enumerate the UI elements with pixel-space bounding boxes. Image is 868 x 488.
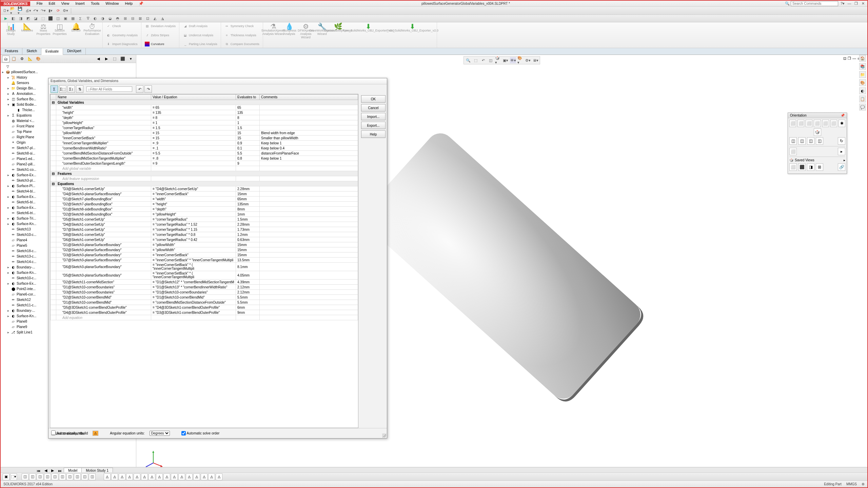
ok-button[interactable]: OK bbox=[361, 95, 386, 103]
equation-row[interactable]: "D5@Sketch3-planarSurfaceBoundary"= "inn… bbox=[51, 271, 358, 280]
tb-icon[interactable]: ⬚ bbox=[40, 16, 46, 22]
bt-icon[interactable]: ◫ bbox=[22, 473, 28, 480]
equation-row[interactable]: "D4@3DSketch1-cornerBlendOuterProfile"= … bbox=[51, 310, 358, 315]
bt-icon[interactable]: ◫ bbox=[89, 473, 96, 480]
save-icon[interactable]: 💾▾ bbox=[18, 8, 24, 14]
rebuild-error-icon[interactable]: ⚠ bbox=[93, 431, 98, 436]
col-evaluates[interactable]: Evaluates to bbox=[236, 95, 260, 100]
bt-icon[interactable]: ◫ bbox=[44, 473, 51, 480]
tab-dimxpert[interactable]: DimXpert bbox=[63, 48, 86, 55]
draft-analysis-button[interactable]: ◢Draft Analysis bbox=[181, 23, 219, 29]
nav-more-icon[interactable]: ▾ bbox=[127, 56, 135, 62]
thickness-button[interactable]: ≡Thickness Analysis bbox=[223, 33, 261, 38]
undo-icon[interactable]: ↶▾ bbox=[33, 8, 39, 14]
simulationxpress-button[interactable]: ⚗SimulationXpress Analysis Wizard bbox=[265, 23, 281, 47]
bt-icon[interactable]: ⬚▾ bbox=[10, 473, 17, 480]
ang-units-select[interactable]: Degrees bbox=[150, 431, 170, 436]
bt-icon[interactable]: ◫ bbox=[29, 473, 36, 480]
tb-icon[interactable]: Σ bbox=[77, 16, 83, 22]
eqn-view-ordered-icon[interactable]: Σ↕ bbox=[67, 85, 75, 93]
property-manager-tab-icon[interactable]: 📋 bbox=[10, 56, 18, 62]
bt-icon[interactable]: ◬ bbox=[178, 473, 185, 480]
equation-row[interactable]: "D8@Sketch1-cornerSetUp"= "cornerTargetR… bbox=[51, 232, 358, 237]
edit-appearance-icon[interactable]: 🎨▾ bbox=[517, 57, 524, 63]
bt-icon[interactable]: ◬ bbox=[141, 473, 148, 480]
vp-1-icon[interactable]: ⬜ bbox=[789, 163, 797, 171]
orientation-title[interactable]: Orientation📌 bbox=[788, 113, 847, 118]
tb-icon[interactable]: ◩ bbox=[25, 16, 31, 22]
measure-button[interactable]: 📐Measure bbox=[19, 23, 35, 47]
orient-more-icon[interactable]: ▸ bbox=[838, 148, 845, 155]
maximize-icon[interactable]: ❐ bbox=[854, 1, 859, 6]
search-commands-input[interactable] bbox=[791, 1, 838, 6]
filter-input[interactable] bbox=[90, 87, 131, 91]
taskpane-home-icon[interactable]: 🏠 bbox=[859, 55, 866, 62]
menu-file[interactable]: File bbox=[34, 1, 46, 6]
options-icon[interactable]: ⚙▾ bbox=[62, 8, 68, 14]
orient-left-icon[interactable]: ⬜ bbox=[806, 120, 812, 127]
equation-row[interactable]: "D1@Sketch10-cornerBoundaries"= "D1@Sket… bbox=[51, 285, 358, 290]
taskpane-view-palette-icon[interactable]: 🎨 bbox=[859, 79, 866, 86]
equation-row[interactable]: "D7@Sketch1-cornerSetUp"= "cornerTargetR… bbox=[51, 227, 358, 232]
orient-single-icon[interactable]: ⬜ bbox=[789, 148, 797, 155]
tb-icon[interactable]: ▦ bbox=[70, 16, 76, 22]
tb-icon[interactable]: ⊟ bbox=[130, 16, 136, 22]
bt-icon[interactable]: ▣ bbox=[3, 473, 9, 480]
orient-top-icon[interactable]: ⬜ bbox=[822, 120, 829, 127]
driveworksxpress-button[interactable]: 🔧DriveWorksXpress Wizard bbox=[314, 23, 330, 47]
vp-2v-icon[interactable]: ◨ bbox=[807, 163, 814, 171]
bt-icon[interactable]: ◫ bbox=[74, 473, 81, 480]
vp-2h-icon[interactable]: ⬛ bbox=[798, 163, 806, 171]
bt-icon[interactable]: ◬ bbox=[126, 473, 133, 480]
nav-split-icon[interactable]: ⬚ bbox=[111, 56, 118, 62]
orientation-pin-icon[interactable]: 📌 bbox=[841, 114, 845, 117]
open-icon[interactable]: 📂▾ bbox=[10, 8, 16, 14]
status-units[interactable]: MMGS bbox=[846, 482, 857, 486]
equation-row[interactable]: "innerCornerTangentMultiplier"= .90.9Kee… bbox=[51, 141, 358, 146]
tab-sketch[interactable]: Sketch bbox=[22, 48, 41, 55]
import-button[interactable]: Import... bbox=[361, 113, 386, 120]
menu-tools[interactable]: Tools bbox=[88, 1, 103, 6]
menu-view[interactable]: View bbox=[58, 1, 72, 6]
tb-icon[interactable]: ◧ bbox=[10, 16, 16, 22]
display-manager-tab-icon[interactable]: 🎨 bbox=[35, 56, 42, 62]
bt-icon[interactable]: ◫ bbox=[37, 473, 43, 480]
section-view-icon[interactable]: ◫ bbox=[488, 57, 494, 63]
saved-views-expand-icon[interactable]: ▸ bbox=[844, 158, 845, 162]
tb-icon[interactable]: ◑ bbox=[100, 16, 106, 22]
view-settings-icon[interactable]: 🖥▾ bbox=[532, 57, 538, 63]
eqn-view-all-icon[interactable]: Σ bbox=[51, 85, 58, 93]
orient-iso2-icon[interactable]: ◫ bbox=[798, 137, 806, 145]
floxpress-button[interactable]: 💧FloXpress Analysis bbox=[281, 23, 298, 47]
tb-icon[interactable]: ◭ bbox=[152, 16, 158, 22]
equation-row[interactable]: "D1@Sketch10-cornerBlendMid"= "cornerBle… bbox=[51, 300, 358, 305]
bt-icon[interactable]: ◬ bbox=[216, 473, 222, 480]
equation-row[interactable]: "D3@Sketch3-planarSurfaceBoundary"= "inn… bbox=[51, 252, 358, 258]
nav-fwd-icon[interactable]: ▶ bbox=[103, 56, 110, 62]
taskpane-file-explorer-icon[interactable]: 📁 bbox=[859, 71, 866, 78]
equation-row[interactable]: "D3@Sketch10-cornerBoundaries"= "D1@Sket… bbox=[51, 290, 358, 295]
help-button[interactable]: Help bbox=[361, 130, 386, 138]
export-button[interactable]: Export... bbox=[361, 122, 386, 129]
orient-right-icon[interactable]: ⬜ bbox=[814, 120, 821, 127]
equation-row[interactable]: "D2@Sketch3-planarSurfaceBoundary"= "pil… bbox=[51, 247, 358, 252]
equation-row[interactable]: "D2@Sketch10-cornerBlendMid"= "D1@Sketch… bbox=[51, 295, 358, 300]
deviation-button[interactable]: ▨Deviation Analysis bbox=[143, 23, 177, 29]
close-icon[interactable]: ✕ bbox=[861, 1, 865, 6]
equation-row[interactable]: "width"= 6565 bbox=[51, 105, 358, 110]
bt-icon[interactable]: ◬ bbox=[186, 473, 193, 480]
equation-row[interactable]: "D3@Sketch1-cornerSetUp"= "D4@Sketch1-co… bbox=[51, 186, 358, 191]
tab-evaluate[interactable]: Evaluate bbox=[41, 48, 63, 55]
geom-analysis-button[interactable]: ◐Geometry Analysis bbox=[105, 33, 139, 38]
tb-icon[interactable]: ◐ bbox=[92, 16, 98, 22]
vp-4-icon[interactable]: ⊞ bbox=[816, 163, 823, 171]
orient-update-icon[interactable]: ↻ bbox=[838, 137, 845, 145]
equation-row[interactable]: "cornerBlendOuterSectionTangentLength"= … bbox=[51, 161, 358, 166]
bt-icon[interactable]: ◬ bbox=[163, 473, 170, 480]
taskpane-design-lib-icon[interactable]: 📚 bbox=[859, 63, 866, 70]
equation-row[interactable]: "cornerBlendMidSectionTangentMultiplier"… bbox=[51, 156, 358, 161]
config-manager-tab-icon[interactable]: ⚙ bbox=[18, 56, 26, 62]
mass-properties-button[interactable]: ⚖Mass Properties bbox=[35, 23, 52, 47]
equation-row[interactable]: "D4@Sketch3-planarSurfaceBoundary"= "inn… bbox=[51, 191, 358, 197]
orient-iso3-icon[interactable]: ◫ bbox=[807, 137, 814, 145]
